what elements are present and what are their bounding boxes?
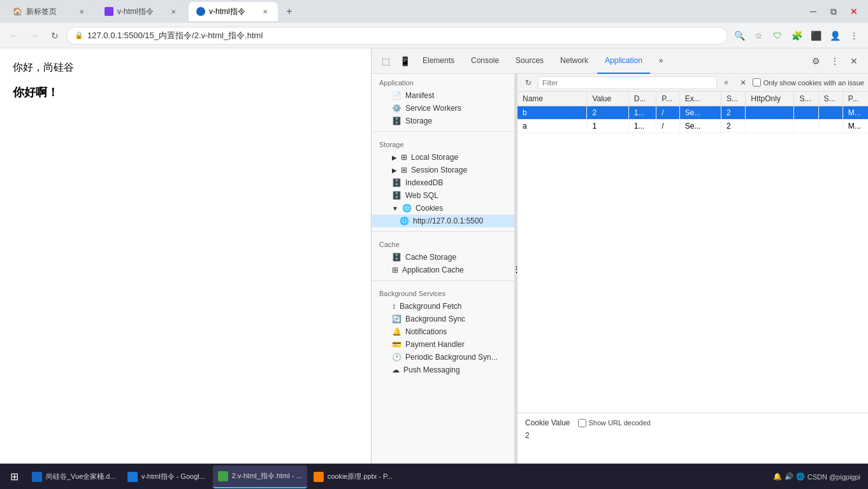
taskbar-item-word-label: 尚硅谷_Vue全家桶.d... [46, 472, 116, 481]
tab3-favicon [196, 7, 205, 16]
extensions-btn[interactable]: ⬛ [807, 27, 825, 45]
sidebar-item-service-workers[interactable]: ⚙️ Service Workers [372, 102, 514, 115]
sidebar-item-local-storage[interactable]: ▶ ⊞ Local Storage [372, 151, 514, 164]
extension-icon[interactable]: 🧩 [788, 27, 806, 45]
sidebar-item-indexeddb[interactable]: 🗄️ IndexedDB [372, 176, 514, 189]
tab-vhtml1[interactable]: v-html指令 ✕ [97, 2, 186, 21]
sidebar-item-session-storage-label: Session Storage [411, 166, 467, 174]
devtools-menu-icon[interactable]: ⋮ [826, 52, 844, 70]
sidebar-item-manifest[interactable]: 📄 Manifest [372, 89, 514, 102]
profile-icon[interactable]: 👤 [826, 27, 844, 45]
manifest-icon: 📄 [392, 91, 401, 100]
col-header-size[interactable]: S... [721, 92, 746, 106]
col-header-name[interactable]: Name [517, 92, 587, 106]
clear-filter-icon[interactable]: ≡ [720, 76, 734, 90]
tab3-close[interactable]: ✕ [260, 6, 270, 17]
only-show-cookies-label[interactable]: Only show cookies with an issue [753, 78, 864, 87]
sidebar-item-web-sql[interactable]: 🗄️ Web SQL [372, 189, 514, 202]
page-text-2: 你好啊！ [13, 85, 358, 100]
sidebar-item-notifications[interactable]: 🔔 Notifications [372, 325, 514, 338]
sidebar-item-periodic-bg-sync-label: Periodic Background Syn... [405, 353, 498, 362]
sidebar-item-bg-sync[interactable]: 🔄 Background Sync [372, 313, 514, 325]
only-show-cookies-text: Only show cookies with an issue [763, 79, 864, 87]
menu-icon[interactable]: ⋮ [845, 27, 863, 45]
cell-secure [794, 106, 818, 120]
devtools-panel: ⬚ 📱 Elements Console Sources Network App… [371, 48, 868, 464]
sidebar-item-session-storage[interactable]: ▶ ⊞ Session Storage [372, 164, 514, 176]
tab-network[interactable]: Network [553, 48, 596, 74]
minimize-button[interactable]: ─ [804, 3, 822, 20]
cookies-table: Name Value D... P... Ex... S... HttpOnly… [517, 92, 868, 413]
word-icon [32, 472, 42, 482]
cell-value: 1 [587, 120, 628, 133]
table-row[interactable]: b 2 1... / Se... 2 M... [517, 106, 868, 120]
restore-button[interactable]: ⧉ [825, 3, 843, 20]
sidebar-item-push-messaging[interactable]: ☁ Push Messaging [372, 364, 514, 376]
show-url-decoded-label[interactable]: Show URL decoded [578, 419, 651, 427]
tab1-label: 新标签页 [26, 6, 57, 17]
only-show-cookies-checkbox[interactable] [753, 78, 761, 87]
tab-sources[interactable]: Sources [508, 48, 551, 74]
bg-sync-icon: 🔄 [392, 315, 401, 323]
taskbar-item-word[interactable]: 尚硅谷_Vue全家桶.d... [27, 465, 121, 488]
tab-more[interactable]: » [651, 48, 671, 74]
col-header-path[interactable]: P... [656, 92, 679, 106]
sidebar-item-storage[interactable]: 🗄️ Storage [372, 115, 514, 127]
inspect-element-icon[interactable]: ⬚ [377, 52, 394, 70]
taskbar-item-browser1[interactable]: v-html指令 - Googl... [122, 465, 212, 488]
main-toolbar: ↻ ≡ ✕ Only show cookies with an issue [517, 74, 868, 92]
tab1-favicon: 🏠 [13, 7, 22, 16]
sidebar-item-application-cache[interactable]: ⊞ Application Cache [372, 264, 514, 276]
sidebar-item-cache-storage[interactable]: 🗄️ Cache Storage [372, 251, 514, 264]
tab-elements[interactable]: Elements [415, 48, 462, 74]
col-header-value[interactable]: Value [587, 92, 628, 106]
tab-console[interactable]: Console [463, 48, 507, 74]
sidebar-item-payment-handler[interactable]: 💳 Payment Handler [372, 338, 514, 351]
cell-name: b [517, 106, 587, 120]
periodic-bg-sync-icon: 🕐 [392, 353, 401, 362]
show-url-decoded-checkbox[interactable] [578, 419, 586, 427]
search-icon[interactable]: 🔍 [730, 27, 748, 45]
tab1-close[interactable]: ✕ [76, 6, 87, 17]
tab-vhtml2-active[interactable]: v-html指令 ✕ [189, 2, 278, 21]
divider3 [372, 280, 514, 281]
tab2-close[interactable]: ✕ [168, 6, 178, 17]
refresh-cookies-button[interactable]: ↻ [521, 76, 535, 90]
sidebar-item-bg-fetch-label: Background Fetch [400, 302, 461, 311]
start-button[interactable]: ⊞ [3, 465, 25, 488]
reload-button[interactable]: ↻ [46, 27, 64, 45]
close-button[interactable]: ✕ [845, 3, 863, 20]
col-header-httponly[interactable]: HttpOnly [746, 92, 794, 106]
sidebar-item-cookies-url[interactable]: 🌐 http://127.0.0.1:5500 [372, 215, 514, 227]
sidebar-item-cookies[interactable]: ▼ 🌐 Cookies [372, 202, 514, 215]
col-header-samesite[interactable]: S... [818, 92, 843, 106]
tab2-label: v-html指令 [117, 6, 154, 17]
back-button[interactable]: ← [5, 27, 23, 45]
vpn-icon[interactable]: 🛡 [769, 27, 786, 45]
cell-priority: M... [843, 120, 868, 133]
tab-application[interactable]: Application [597, 48, 650, 74]
device-toolbar-icon[interactable]: 📱 [396, 52, 414, 70]
taskbar-item-ppt[interactable]: cookie原理.pptx - P... [308, 465, 398, 488]
table-row[interactable]: a 1 1... / Se... 2 M... [517, 120, 868, 133]
devtools-settings-icon[interactable]: ⚙ [807, 52, 825, 70]
taskbar-notification-icon: 🔔 [773, 472, 782, 481]
col-header-expires[interactable]: Ex... [679, 92, 721, 106]
tab-new[interactable]: 🏠 新标签页 ✕ [5, 2, 94, 21]
nav-right-icons: 🔍 ☆ 🛡 🧩 ⬛ 👤 ⋮ [730, 27, 863, 45]
address-bar[interactable]: 🔒 127.0.0.1:5500/15_内置指令/2.v-html_指令.htm… [66, 27, 728, 45]
sidebar-item-bg-fetch[interactable]: ↕ Background Fetch [372, 300, 514, 313]
session-storage-icon: ⊞ [401, 166, 407, 174]
filter-input[interactable] [538, 76, 717, 89]
col-header-secure[interactable]: S... [794, 92, 818, 106]
bookmark-icon[interactable]: ☆ [749, 27, 767, 45]
col-header-priority[interactable]: P... [843, 92, 868, 106]
sidebar-item-periodic-bg-sync[interactable]: 🕐 Periodic Background Syn... [372, 351, 514, 364]
cookie-value-panel: Cookie Value Show URL decoded 2 [517, 413, 868, 464]
forward-button[interactable]: → [25, 27, 43, 45]
filter-issues-icon[interactable]: ✕ [736, 76, 750, 90]
taskbar-item-browser2[interactable]: 2.v-html_指令.html - ... [213, 465, 307, 488]
new-tab-button[interactable]: + [280, 3, 298, 20]
col-header-domain[interactable]: D... [628, 92, 656, 106]
devtools-close-icon[interactable]: ✕ [845, 52, 863, 70]
